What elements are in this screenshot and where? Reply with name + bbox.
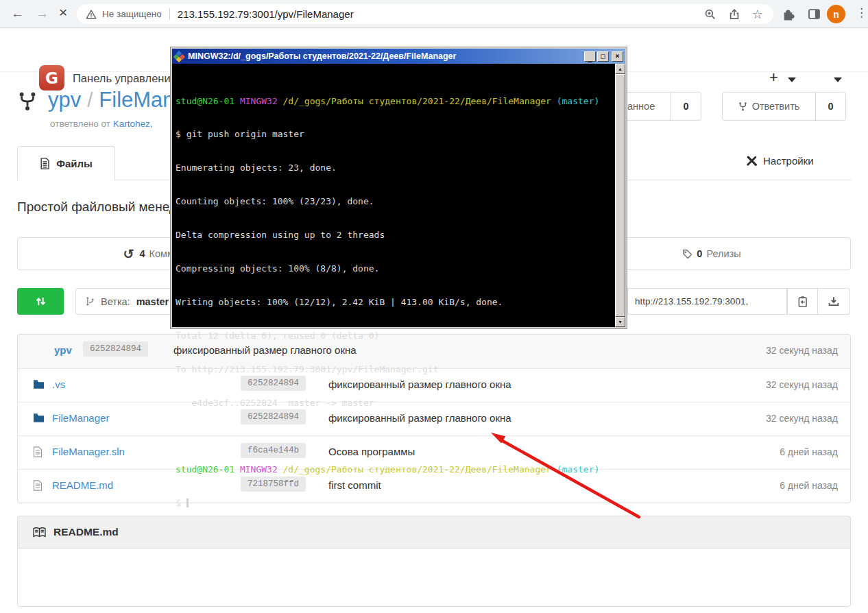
nav-dashboard-link[interactable]: Панель управления — [73, 72, 177, 85]
terminal-prompt-line: stud@N26-01 MINGW32 /d/_gogs/Работы студ… — [176, 96, 599, 107]
forked-from-subtitle: ответвлено от Kartohez, — [50, 119, 153, 129]
clone-url-text: http://213.155.192.79:3001, — [635, 296, 748, 306]
browser-toolbar: ← → × Не защищено 213.155.192.79:3001/yp… — [0, 0, 868, 28]
commit-author-link[interactable]: ypv — [54, 344, 72, 356]
file-icon — [33, 480, 43, 491]
tools-icon — [746, 155, 758, 167]
file-link[interactable]: FileManager — [52, 412, 109, 424]
terminal-titlebar[interactable]: MINGW32:/d/_gogs/Работы студентов/2021-2… — [172, 49, 625, 64]
terminal-body[interactable]: stud@N26-01 MINGW32 /d/_gogs/Работы студ… — [172, 64, 625, 327]
fork-count[interactable]: 0 — [815, 93, 845, 120]
terminal-scrollbar[interactable]: ▲ ▼ — [615, 64, 625, 327]
clipboard-icon — [797, 296, 809, 308]
terminal-title: MINGW32:/d/_gogs/Работы студентов/2021-2… — [188, 51, 580, 61]
scrollbar-up-icon[interactable]: ▲ — [615, 64, 625, 74]
clone-url-input[interactable]: http://213.155.192.79:3001, — [627, 288, 787, 315]
repo-forked-icon — [18, 91, 37, 115]
url-text[interactable]: 213.155.192.79:3001/ypv/FileManager — [178, 8, 354, 20]
terminal-window[interactable]: MINGW32:/d/_gogs/Работы студентов/2021-2… — [170, 47, 627, 329]
stop-icon[interactable]: × — [59, 4, 67, 21]
scrollbar-thumb[interactable] — [615, 74, 625, 317]
forward-icon[interactable]: → — [36, 5, 49, 22]
prompt-path: /d/_gogs/Работы студентов/2021-22/Деев/F… — [283, 96, 551, 106]
forked-from-label: ответвлено от — [50, 119, 110, 129]
prompt-env: MINGW32 — [240, 464, 278, 474]
gogs-logo[interactable]: G — [39, 65, 64, 91]
terminal-minimize-button[interactable]: _ — [584, 51, 596, 62]
user-dropdown-caret-icon[interactable] — [834, 77, 842, 82]
back-icon[interactable]: ← — [11, 5, 24, 22]
repo-title-separator: / — [87, 89, 93, 111]
terminal-line: $ git push origin master — [176, 129, 599, 140]
tab-files[interactable]: Файлы — [17, 146, 115, 180]
create-dropdown-caret-icon[interactable] — [788, 77, 796, 82]
tab-settings[interactable]: Настройки — [746, 155, 814, 167]
scrollbar-down-icon[interactable]: ▼ — [615, 317, 625, 327]
tag-icon — [682, 249, 692, 259]
page: ← → × Не защищено 213.155.192.79:3001/yp… — [0, 0, 868, 613]
terminal-line: Compressing objects: 100% (8/8), done. — [176, 263, 599, 274]
terminal-close-button[interactable]: × — [612, 51, 623, 62]
bookmark-star-icon[interactable]: ☆ — [752, 7, 763, 22]
fork-button[interactable]: Ответвить — [723, 93, 815, 120]
terminal-line: Counting objects: 100% (23/23), done. — [176, 196, 599, 207]
releases-count: 0 — [697, 248, 702, 259]
book-icon — [33, 527, 46, 538]
prompt-branch: (master) — [557, 96, 600, 106]
commit-hash-badge[interactable]: 6252824894 — [83, 341, 148, 357]
file-link[interactable]: FileManager.sln — [52, 446, 125, 457]
security-label: Не защищено — [102, 9, 162, 19]
prompt-user: stud@N26-01 — [176, 96, 234, 106]
repo-owner-link[interactable]: ypv — [48, 88, 81, 112]
terminal-input-line[interactable]: $ — [176, 498, 599, 509]
branch-icon — [86, 296, 95, 306]
zoom-icon[interactable] — [704, 8, 716, 21]
forked-from-link[interactable]: Kartohez, — [113, 119, 153, 129]
file-link[interactable]: README.md — [52, 479, 113, 491]
terminal-line: Writing objects: 100% (12/12), 2.42 KiB … — [176, 297, 599, 308]
commits-count: 4 — [139, 248, 145, 259]
fork-button-group: Ответвить 0 — [722, 92, 846, 121]
star-count[interactable]: 0 — [671, 93, 701, 120]
file-icon — [33, 446, 43, 457]
commit-time: 32 секунд назад — [766, 379, 838, 390]
browser-menu-icon[interactable]: ⋮ — [856, 5, 867, 20]
terminal-output: stud@N26-01 MINGW32 /d/_gogs/Работы студ… — [176, 64, 599, 531]
branch-name: master — [136, 296, 169, 307]
prompt-user: stud@N26-01 — [176, 464, 234, 474]
readme-content — [17, 549, 851, 607]
folder-icon — [33, 379, 45, 389]
commit-time: 6 дней назад — [780, 480, 838, 491]
terminal-prompt-line: stud@N26-01 MINGW32 /d/_gogs/Работы студ… — [176, 464, 599, 475]
terminal-line: Total 12 (delta 6), reused 0 (delta 0) — [176, 330, 599, 341]
readme-title: README.md — [53, 526, 119, 538]
prompt-path: /d/_gogs/Работы студентов/2021-22/Деев/F… — [283, 464, 551, 474]
tab-files-label: Файлы — [56, 158, 93, 169]
folder-icon — [33, 413, 45, 423]
prompt-char: $ — [176, 498, 181, 508]
file-tab-icon — [40, 158, 50, 169]
omnibox-divider — [169, 8, 170, 20]
file-link[interactable]: .vs — [52, 378, 65, 390]
extensions-puzzle-icon[interactable] — [782, 8, 795, 21]
mintty-icon — [174, 51, 184, 61]
profile-avatar[interactable]: n — [827, 5, 845, 23]
copy-url-button[interactable] — [787, 288, 818, 315]
releases-label: Релизы — [706, 248, 740, 259]
terminal-line: To http://213.155.192.79:3001/ypv/FileMa… — [176, 364, 599, 375]
download-button[interactable] — [818, 288, 850, 315]
prompt-env: MINGW32 — [240, 96, 278, 106]
address-bar[interactable]: Не защищено 213.155.192.79:3001/ypv/File… — [77, 4, 773, 24]
create-new-icon[interactable]: + — [769, 69, 778, 86]
fork-mini-icon — [738, 101, 747, 112]
terminal-maximize-button[interactable]: □ — [597, 51, 609, 62]
commit-time: 32 секунд назад — [766, 413, 838, 424]
branch-label: Ветка: — [101, 296, 130, 307]
sidebar-icon[interactable] — [808, 8, 821, 21]
terminal-line: Enumerating objects: 23, done. — [176, 163, 599, 173]
compare-button[interactable] — [17, 288, 64, 315]
commit-time: 32 секунд назад — [766, 345, 838, 356]
download-icon — [828, 296, 840, 308]
share-icon[interactable] — [728, 8, 740, 21]
terminal-line: e4de3cf..6252824 master -> master — [176, 398, 599, 409]
